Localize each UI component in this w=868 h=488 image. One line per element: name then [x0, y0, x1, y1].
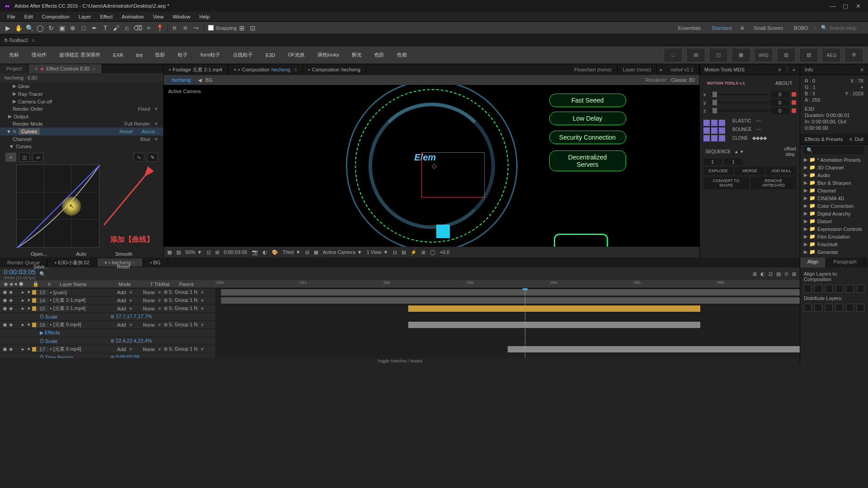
- curves-reset[interactable]: Reset: [119, 129, 132, 134]
- mt-remove-button[interactable]: REMOVE ARTBOARD: [751, 177, 797, 189]
- mt-grid-3[interactable]: [719, 120, 725, 126]
- roto-tool-icon[interactable]: ✧: [144, 23, 154, 33]
- vb-snapshot-icon[interactable]: 📷: [252, 249, 258, 255]
- rendermode-value[interactable]: Full Render: [124, 121, 150, 127]
- mt-z-reset[interactable]: [792, 108, 796, 113]
- minimize-button[interactable]: —: [826, 1, 839, 10]
- align-top[interactable]: [835, 285, 843, 293]
- vb-resolution[interactable]: Third ▼: [283, 249, 301, 255]
- toggle-switches[interactable]: Toggle Switches / Modes: [0, 358, 800, 364]
- dist-4[interactable]: [835, 304, 843, 312]
- tl-tool-6[interactable]: ⊞: [792, 271, 796, 277]
- workspace-standard[interactable]: Standard: [706, 24, 737, 32]
- vb-camera[interactable]: Active Camera ▼: [323, 249, 362, 255]
- mt-elastic[interactable]: ELASTIC: [731, 117, 753, 124]
- camera-tool-icon[interactable]: ▣: [57, 23, 67, 33]
- plug-exr[interactable]: EXR: [108, 50, 128, 61]
- alignto-value[interactable]: Composition: [804, 277, 831, 282]
- curve-smooth-button2[interactable]: Smooth: [115, 251, 132, 257]
- align-hcenter[interactable]: [814, 285, 822, 293]
- eff-cameracut[interactable]: Camera Cut-off: [18, 99, 52, 104]
- layer-row[interactable]: Ō Scale⊚ 17.7,17.7,17.7%: [0, 313, 800, 321]
- workspace-menu-icon[interactable]: ≡: [737, 23, 747, 33]
- renderorder-value[interactable]: Fixed: [138, 106, 150, 112]
- mt-grid-7[interactable]: [703, 135, 710, 141]
- mt-x-reset[interactable]: [792, 92, 796, 97]
- curve-pencil-button[interactable]: ▱: [33, 153, 43, 162]
- menu-file[interactable]: File: [3, 13, 20, 20]
- ep-item[interactable]: ▶📁Distort: [800, 217, 868, 225]
- menu-effect[interactable]: Effect: [95, 13, 117, 20]
- vb-flow-icon[interactable]: ◯: [430, 249, 435, 255]
- comp-flowchart[interactable]: Flowchart (none): [569, 65, 618, 74]
- mt-x-slider[interactable]: [709, 94, 769, 95]
- curve-save-button[interactable]: Save...: [33, 264, 49, 269]
- eff-curves-group[interactable]: ▼fx Curves Reset About...: [0, 127, 163, 136]
- vb-alpha-icon[interactable]: ▧: [176, 249, 181, 255]
- ep-item[interactable]: ▶📁Audio: [800, 171, 868, 179]
- menu-help[interactable]: Help: [195, 13, 214, 20]
- ep-item[interactable]: ▶📁Color Correction: [800, 202, 868, 210]
- mt-z-value[interactable]: 0: [771, 108, 789, 114]
- curve-line-button[interactable]: ∿: [133, 153, 144, 162]
- vb-fast-icon[interactable]: ⚡: [410, 249, 417, 255]
- snap-opt2-icon[interactable]: ⊡: [248, 23, 258, 33]
- dist-5[interactable]: [846, 304, 854, 312]
- plugicon-7[interactable]: ▧: [799, 48, 818, 62]
- ep-item[interactable]: ▶📁3D Channel: [800, 164, 868, 171]
- plug-tint[interactable]: tint: [132, 50, 147, 61]
- mt-offset-value[interactable]: 1: [703, 159, 722, 165]
- bc-hecheng[interactable]: hecheng: [168, 76, 194, 84]
- mt-grid-2[interactable]: [711, 120, 717, 126]
- tl-tool-5[interactable]: ⊙: [784, 271, 788, 277]
- mt-clone[interactable]: CLONE: [731, 135, 750, 141]
- anchor-tool-icon[interactable]: ⊕: [68, 23, 78, 33]
- layer-row[interactable]: ◉◈▸▾17▪ [元素 9.mp4]Add▼None▼⊚ 5. Group 1 …: [0, 345, 800, 353]
- search-help-input[interactable]: [829, 25, 865, 31]
- view-axis-icon[interactable]: ⤳: [191, 23, 201, 33]
- workspace-small[interactable]: Small Screen: [748, 24, 788, 32]
- vb-transparency-icon[interactable]: ▦: [314, 249, 318, 255]
- zoom-tool-icon[interactable]: 🔍: [24, 23, 34, 33]
- mt-bounce[interactable]: BOUNCE: [731, 126, 754, 133]
- plug-particle[interactable]: 粒子: [173, 49, 192, 61]
- mt-about[interactable]: ABOUT: [775, 80, 793, 86]
- tab-close-icon[interactable]: ×: [35, 66, 38, 71]
- ep-item[interactable]: ▶📁Blur & Sharpen: [800, 179, 868, 187]
- layer-row[interactable]: ◉◈▸▾14▪ [元素 2-1.mp4]Add▼None▼⊚ 5. Group …: [0, 296, 800, 305]
- mt-convert-button[interactable]: CONVERT TO SHAPE: [703, 177, 749, 189]
- mt-step-value[interactable]: 1: [724, 159, 742, 165]
- comp-nshot[interactable]: nshot v1.1: [665, 65, 699, 74]
- shape-tool-icon[interactable]: □: [79, 23, 89, 33]
- vb-3d-icon[interactable]: ⊡: [393, 249, 397, 255]
- rotate-tool-icon[interactable]: ↻: [46, 23, 56, 33]
- tab-project[interactable]: Project: [0, 64, 28, 73]
- dist-3[interactable]: [825, 304, 833, 312]
- plug-cursor[interactable]: 光标: [5, 49, 24, 61]
- align-right[interactable]: [825, 285, 833, 293]
- plugicon-aes[interactable]: AES: [822, 48, 841, 62]
- vb-exposure[interactable]: +0.0: [440, 249, 450, 255]
- brush-tool-icon[interactable]: 🖌: [111, 23, 121, 33]
- menu-edit[interactable]: Edit: [20, 13, 38, 20]
- align-bottom[interactable]: [857, 285, 864, 293]
- align-left[interactable]: [804, 285, 811, 293]
- plugicon-gear[interactable]: ⚙: [844, 48, 863, 62]
- curve-graph[interactable]: ↖: [16, 164, 99, 248]
- menu-window[interactable]: Window: [168, 13, 195, 20]
- plugicon-wig[interactable]: WIG: [754, 48, 773, 62]
- ep-item[interactable]: ▶📁CINEMA 4D: [800, 194, 868, 202]
- mt-y-reset[interactable]: [792, 100, 796, 105]
- tl-tool-2[interactable]: ◐: [760, 271, 765, 277]
- dist-1[interactable]: [804, 304, 811, 312]
- mt-grid-1[interactable]: [703, 120, 710, 126]
- dist-2[interactable]: [814, 304, 822, 312]
- tl-tool-1[interactable]: ⊞: [753, 271, 757, 277]
- channel-value[interactable]: Blue: [140, 136, 150, 142]
- ep-search-input[interactable]: [815, 148, 868, 153]
- comp-tab-footage[interactable]: ▪Footage 元素 2-1.mp4: [164, 65, 228, 75]
- vb-zoom[interactable]: 50% ▼: [185, 249, 202, 255]
- plug-slowmo[interactable]: 慢动作: [27, 49, 51, 61]
- plug-looks[interactable]: 调色looks: [313, 49, 344, 61]
- mt-addnull-button[interactable]: ADD NULL: [766, 167, 796, 175]
